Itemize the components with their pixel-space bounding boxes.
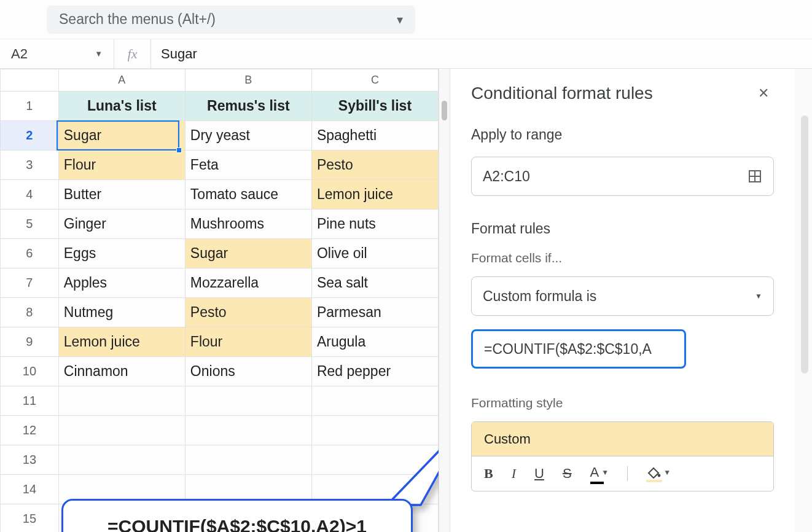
cell[interactable]: Apples [58,268,185,298]
sheet-scrollbar[interactable] [439,69,450,532]
row-11: 11 [1,386,439,416]
rowhdr-9[interactable]: 9 [1,327,59,357]
formatting-style-block: Custom B I U S A▼ ▼ [471,421,774,491]
apply-range-label: Apply to range [471,127,774,143]
rowhdr-11[interactable]: 11 [1,386,59,416]
cell[interactable] [58,416,185,445]
cell[interactable]: Arugula [311,327,438,357]
sheet-scrollbar-thumb[interactable] [442,101,447,120]
format-rules-label: Format rules [471,221,774,237]
cell[interactable]: Spaghetti [311,121,438,151]
range-picker-icon[interactable] [748,169,762,184]
header-cell[interactable]: Sybill's list [311,92,438,121]
row-9: 9Lemon juiceFlourArugula [1,327,439,357]
rowhdr-4[interactable]: 4 [1,180,59,209]
cell[interactable]: Mushrooms [185,209,311,239]
cell[interactable]: Eggs [58,239,185,268]
cell[interactable]: Sugar [58,121,185,151]
close-icon[interactable]: ✕ [753,80,774,106]
rowhdr-5[interactable]: 5 [1,209,59,239]
row-5: 5GingerMushroomsPine nuts [1,209,439,239]
bold-button[interactable]: B [484,466,493,482]
condition-dropdown[interactable]: Custom formula is ▼ [471,276,774,316]
header-cell[interactable]: Luna's list [58,92,185,121]
name-box[interactable]: A2 ▼ [4,39,114,68]
name-box-value: A2 [11,46,28,62]
cell[interactable]: Dry yeast [185,121,311,151]
name-box-dropdown-icon[interactable]: ▼ [95,49,103,58]
row-3: 3FlourFetaPesto [1,151,439,180]
cell[interactable] [311,445,438,475]
rowhdr-12[interactable]: 12 [1,416,59,445]
rowhdr-1[interactable]: 1 [1,92,59,121]
rowhdr-8[interactable]: 8 [1,298,59,327]
cell[interactable]: Sea salt [311,268,438,298]
header-cell[interactable]: Remus's list [185,92,311,121]
cell[interactable]: Mozzarella [185,268,311,298]
cell[interactable]: Lemon juice [311,180,438,209]
panel-scrollbar[interactable] [795,69,812,532]
cell[interactable]: Red pepper [311,357,438,386]
row-10: 10CinnamonOnionsRed pepper [1,357,439,386]
cell[interactable]: Flour [58,151,185,180]
rowhdr-3[interactable]: 3 [1,151,59,180]
strikethrough-button[interactable]: S [563,466,572,482]
colhdr-B[interactable]: B [185,69,311,92]
conditional-format-panel: Conditional format rules ✕ Apply to rang… [450,69,812,532]
menu-search-placeholder: Search the menus (Alt+/) [59,11,216,28]
cell[interactable]: Butter [58,180,185,209]
cell[interactable] [185,416,311,445]
rowhdr-10[interactable]: 10 [1,357,59,386]
spreadsheet-grid[interactable]: A B C 1Luna's listRemus's listSybill's l… [0,69,439,532]
rowhdr-7[interactable]: 7 [1,268,59,298]
chevron-down-icon: ▾ [397,12,403,27]
formula-bar[interactable]: Sugar [151,46,197,62]
cell[interactable]: Pesto [311,151,438,180]
panel-title: Conditional format rules [471,84,653,103]
text-color-button[interactable]: A▼ [590,464,609,483]
rowhdr-2[interactable]: 2 [1,121,59,151]
cell[interactable]: Cinnamon [58,357,185,386]
cell[interactable]: Flour [185,327,311,357]
selection-handle[interactable] [176,147,182,153]
custom-formula-input[interactable]: =COUNTIF($A$2:$C$10,A [471,329,686,369]
svg-point-4 [658,474,661,477]
cell[interactable] [58,386,185,416]
rowhdr-15[interactable]: 15 [1,504,59,533]
style-preview[interactable]: Custom [472,422,773,456]
cell[interactable]: Tomato sauce [185,180,311,209]
underline-button[interactable]: U [534,466,544,482]
row-6: 6EggsSugarOlive oil [1,239,439,268]
cell[interactable]: Nutmeg [58,298,185,327]
cell[interactable]: Parmesan [311,298,438,327]
format-cells-if-label: Format cells if... [471,251,774,265]
formula-callout: =COUNTIF($A$2:$C$10,A2)>1 [61,499,413,532]
formatting-style-label: Formatting style [471,396,774,410]
cell[interactable]: Pine nuts [311,209,438,239]
fill-color-button[interactable]: ▼ [646,466,671,481]
cell[interactable]: Lemon juice [58,327,185,357]
select-all-corner[interactable] [1,69,59,92]
cell[interactable] [185,386,311,416]
separator [627,466,628,481]
apply-range-input[interactable]: A2:C10 [471,157,774,196]
colhdr-A[interactable]: A [58,69,185,92]
panel-scrollbar-thumb[interactable] [801,115,808,374]
cell[interactable] [185,445,311,475]
cell[interactable]: Onions [185,357,311,386]
cell[interactable]: Sugar [185,239,311,268]
cell[interactable]: Pesto [185,298,311,327]
colhdr-C[interactable]: C [311,69,438,92]
cell[interactable]: Ginger [58,209,185,239]
rowhdr-6[interactable]: 6 [1,239,59,268]
row-2: 2SugarDry yeastSpaghetti [1,121,439,151]
cell[interactable]: Feta [185,151,311,180]
rowhdr-13[interactable]: 13 [1,445,59,475]
cell[interactable]: Olive oil [311,239,438,268]
menu-search[interactable]: Search the menus (Alt+/) ▾ [47,6,415,34]
italic-button[interactable]: I [512,466,516,482]
cell[interactable] [58,445,185,475]
cell[interactable] [311,386,438,416]
cell[interactable] [311,416,438,445]
rowhdr-14[interactable]: 14 [1,475,59,504]
